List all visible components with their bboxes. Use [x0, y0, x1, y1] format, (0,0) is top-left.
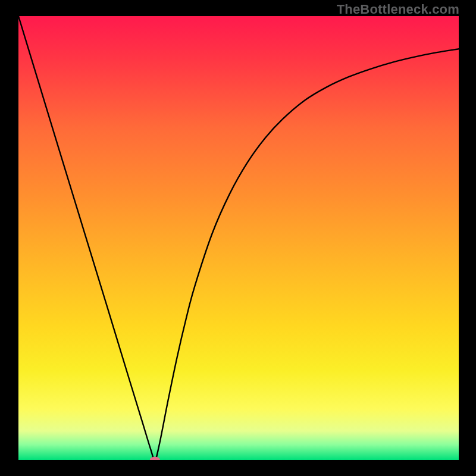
plot-area — [18, 16, 459, 460]
chart-frame: TheBottleneck.com — [0, 0, 476, 476]
watermark-text: TheBottleneck.com — [337, 2, 459, 17]
bottleneck-chart — [18, 16, 459, 460]
gradient-background — [18, 16, 459, 460]
